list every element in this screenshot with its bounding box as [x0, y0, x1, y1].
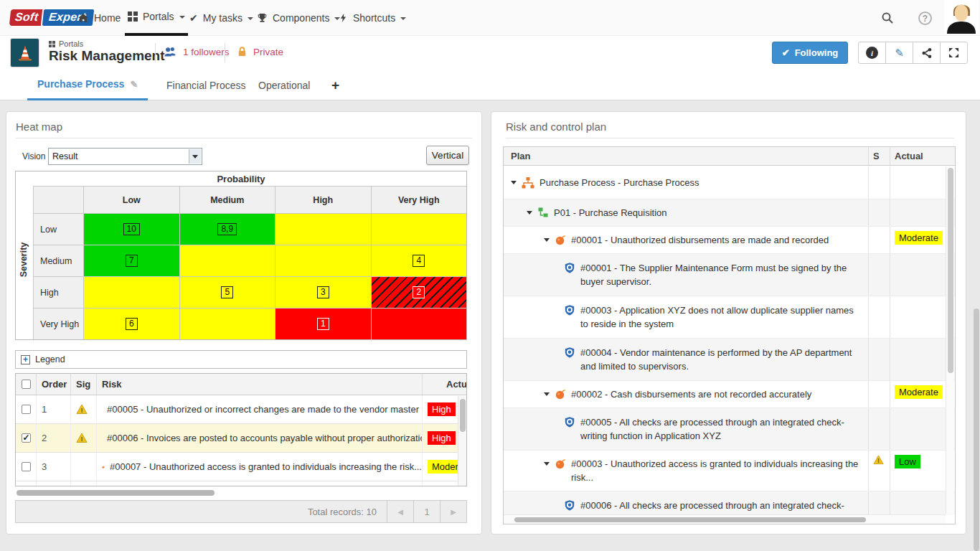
top-navigation-bar: Soft Expert Home Portals ✔ My tasks Comp…	[0, 0, 980, 36]
heatmap-cell[interactable]	[83, 276, 179, 308]
heatmap-cell-hatched[interactable]: 2	[371, 276, 467, 308]
heatmap-cell[interactable]	[371, 213, 467, 245]
info-icon: i	[866, 47, 878, 59]
tree-item-label: P01 - Purchase Requisition	[554, 206, 864, 220]
portal-header: Portals Risk Management 1 followers Priv…	[0, 36, 980, 70]
share-button[interactable]	[913, 42, 941, 64]
col-header-actual: Actual	[890, 147, 946, 165]
chevron-down-icon	[189, 149, 201, 164]
heatmap-cell[interactable]	[179, 245, 275, 276]
tree-row[interactable]: #00001 - The Supplier Maintenance Form m…	[504, 254, 955, 296]
scrollbar-thumb[interactable]	[460, 399, 466, 432]
table-horizontal-scrollbar[interactable]	[17, 490, 447, 496]
status-badge: High	[428, 431, 456, 445]
portal-tile[interactable]	[10, 38, 39, 67]
followers-link[interactable]: 1 followers	[164, 46, 230, 57]
page-title: Risk Management	[49, 48, 165, 64]
following-button[interactable]: ✔ Following	[772, 42, 848, 64]
info-button[interactable]: i	[858, 42, 886, 64]
control-shield-icon	[564, 262, 575, 273]
next-page-button[interactable]: ▶	[440, 501, 466, 522]
scrollbar-thumb[interactable]	[17, 490, 215, 496]
nav-item-shortcuts[interactable]: Shortcuts	[336, 0, 409, 36]
tree-row[interactable]: #00005 - All checks are processed throug…	[504, 408, 955, 451]
scrollbar-thumb[interactable]	[948, 168, 953, 373]
table-row[interactable]: 1 ! #00005 - Unauthorized or incorrect c…	[16, 395, 466, 424]
heatmap-cell[interactable]	[275, 245, 371, 276]
collapse-icon[interactable]	[511, 181, 517, 184]
edit-button[interactable]: ✎	[885, 42, 913, 64]
tab-purchase-process[interactable]: Purchase Process ✎	[27, 70, 148, 100]
row-checkbox[interactable]	[22, 433, 31, 443]
tree-row[interactable]: #00006 - All checks are processed throug…	[504, 491, 955, 514]
expand-legend-icon[interactable]: +	[21, 355, 30, 364]
chevron-down-icon	[179, 16, 185, 19]
nav-item-components[interactable]: Components	[254, 0, 343, 36]
cell-value: 6	[126, 318, 138, 330]
heatmap-cell[interactable]	[179, 308, 275, 339]
fullscreen-button[interactable]	[940, 42, 968, 64]
heatmap-cell[interactable]	[275, 213, 371, 245]
heatmap-cell[interactable]: 1	[275, 308, 371, 339]
legend-bar: + Legend	[15, 350, 467, 369]
tree-vertical-scrollbar[interactable]	[946, 166, 954, 514]
collapse-icon[interactable]	[544, 392, 550, 396]
privacy-link[interactable]: Private	[237, 46, 283, 57]
previous-page-button[interactable]: ◀	[387, 501, 413, 522]
tree-row[interactable]: #00002 - Cash disbursements are not reco…	[504, 381, 955, 408]
page-scrollbar-thumb[interactable]	[974, 309, 979, 551]
risk-text: #00007 - Unauthorized access is granted …	[110, 461, 422, 472]
collapse-icon[interactable]	[544, 462, 550, 466]
heatmap-cell[interactable]: 10	[83, 213, 179, 245]
tab-operational[interactable]: Operational	[248, 70, 320, 100]
tree-row[interactable]: #00004 - Vendor maintenance is performed…	[504, 339, 955, 381]
share-icon	[921, 47, 933, 59]
heatmap-cell[interactable]: 5	[179, 276, 275, 308]
arrow-left-icon: ◀	[397, 508, 403, 516]
control-shield-icon	[564, 304, 575, 316]
heatmap-cell[interactable]: 8,9	[179, 213, 275, 245]
vertical-button[interactable]: Vertical	[426, 146, 469, 165]
vision-select[interactable]: Result	[48, 148, 202, 165]
tab-financial-process[interactable]: Financial Process	[156, 70, 256, 100]
tree-row[interactable]: #00003 - Unauthorized access is granted …	[504, 451, 955, 491]
scrollbar-thumb[interactable]	[514, 517, 866, 522]
tab-label: Operational	[258, 80, 310, 91]
nav-item-label: Portals	[143, 11, 174, 22]
search-button[interactable]	[881, 11, 894, 24]
nav-item-home[interactable]: Home	[75, 0, 123, 36]
current-page-button[interactable]: 1	[413, 501, 440, 522]
user-avatar[interactable]	[944, 0, 979, 34]
arrow-right-icon: ▶	[451, 508, 456, 516]
risk-table: Order Sig Risk Actual 1 ! #00005 - Unaut…	[15, 373, 467, 486]
tree-horizontal-scrollbar[interactable]	[504, 514, 946, 524]
nav-item-portals[interactable]: Portals	[125, 0, 188, 36]
tree-row[interactable]: Purchase Process - Purchase Process	[504, 166, 955, 199]
add-tab-button[interactable]: +	[324, 70, 347, 100]
row-checkbox[interactable]	[22, 405, 31, 414]
heatmap-cell[interactable]	[371, 308, 467, 339]
heatmap-cell[interactable]: 4	[371, 245, 467, 276]
heatmap-cell[interactable]: 7	[83, 245, 179, 276]
heatmap-cell[interactable]: 3	[275, 276, 371, 308]
nav-item-my-tasks[interactable]: ✔ My tasks	[187, 0, 256, 36]
help-icon: ?	[918, 11, 932, 25]
table-row[interactable]: 4 ! Moderate	[16, 481, 466, 486]
tree-row[interactable]: #00003 - Application XYZ does not allow …	[504, 296, 955, 339]
select-all-checkbox[interactable]	[22, 380, 31, 389]
collapse-icon[interactable]	[527, 211, 532, 215]
breadcrumb-label: Portals	[59, 39, 83, 48]
process-hierarchy-icon	[522, 176, 534, 189]
heatmap-cell[interactable]: 6	[83, 308, 179, 339]
table-row[interactable]: 2 ! #00006 - Invoices are posted to acco…	[16, 424, 466, 453]
tree-item-label: #00004 - Vendor maintenance is performed…	[580, 346, 864, 373]
table-vertical-scrollbar[interactable]	[458, 396, 466, 486]
collapse-icon[interactable]	[544, 238, 550, 242]
breadcrumb[interactable]: Portals	[49, 39, 83, 48]
table-row[interactable]: 3 #00007 - Unauthorized access is grante…	[16, 453, 466, 481]
tree-row[interactable]: P01 - Purchase Requisition	[504, 199, 955, 227]
row-checkbox[interactable]	[22, 462, 31, 471]
tree-row[interactable]: #00001 - Unauthorized disbursements are …	[504, 227, 955, 254]
help-button[interactable]: ?	[918, 11, 932, 25]
trophy-icon	[257, 12, 268, 24]
